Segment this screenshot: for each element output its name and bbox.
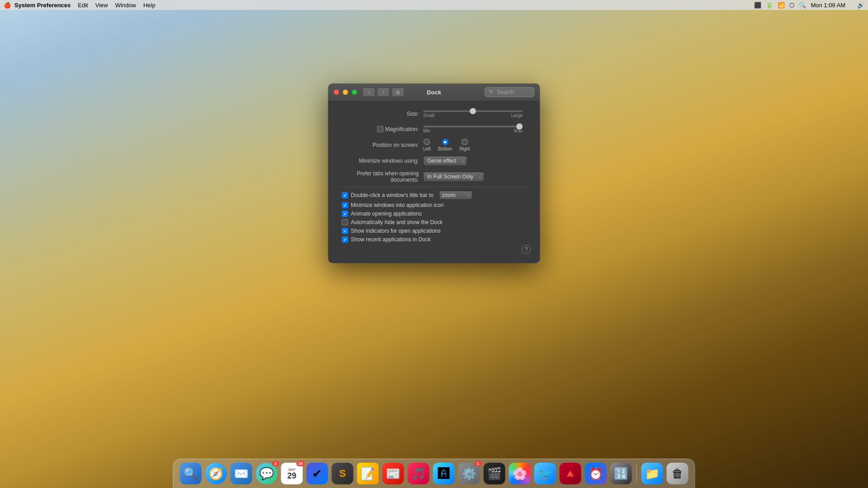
zoom-select[interactable]: zoom minimize — [439, 191, 472, 200]
dock-item-photos[interactable]: 🌸 — [508, 462, 532, 485]
tabs-row: Prefer tabs when opening documents: In F… — [337, 170, 531, 183]
dock-item-tasks[interactable]: ✔ — [306, 462, 329, 485]
tabs-control: In Full Screen Only Always Manually ⌄ — [423, 172, 531, 182]
dock-item-screensavers[interactable]: 📁 — [641, 462, 664, 485]
divider — [337, 187, 531, 187]
dock-item-stickies[interactable]: 📝 — [356, 462, 380, 485]
recent-checkbox[interactable] — [342, 236, 348, 243]
autohide-row: Automatically hide and show the Dock — [342, 219, 531, 225]
position-left-label: Left — [423, 146, 431, 151]
dock-item-news[interactable]: 📰 — [382, 462, 405, 485]
mag-slider-thumb[interactable] — [516, 123, 523, 130]
close-button[interactable] — [334, 89, 339, 95]
window-titlebar: ‹ › ⊞ Dock 🔍 — [328, 84, 540, 101]
dock-preferences-window: ‹ › ⊞ Dock 🔍 Size: — [328, 84, 540, 263]
mag-slider-container: Min Max — [423, 126, 523, 133]
indicators-checkbox[interactable] — [342, 228, 348, 234]
back-button[interactable]: ‹ — [363, 88, 375, 97]
size-label: Size: — [337, 111, 423, 117]
position-bottom-label: Bottom — [438, 146, 453, 151]
position-bottom[interactable]: Bottom — [438, 139, 453, 151]
position-right[interactable]: Right — [459, 139, 470, 151]
search-input[interactable] — [497, 89, 533, 95]
magnification-checkbox[interactable] — [377, 126, 383, 132]
dock-item-finder[interactable]: 🔍 — [179, 462, 203, 485]
indicators-label: Show indicators for open applications — [351, 228, 441, 234]
clock: Mon 1:09 AM — [811, 2, 845, 9]
app-name[interactable]: System Preferences — [14, 2, 71, 9]
minimize-app-checkbox[interactable] — [342, 202, 348, 208]
animate-row: Animate opening applications — [342, 211, 531, 217]
position-bottom-radio[interactable] — [442, 139, 448, 145]
size-slider-thumb[interactable] — [470, 108, 476, 114]
dock-item-affinity[interactable]: 🔺 — [559, 462, 582, 485]
magnification-control: Min Max — [423, 126, 531, 133]
double-click-row: Double-click a window's title bar to zoo… — [342, 191, 531, 200]
dock-item-calculator[interactable]: 🔢 — [609, 462, 633, 485]
help-button[interactable]: ? — [522, 245, 531, 254]
position-right-label: Right — [459, 146, 470, 151]
minimize-label: Minimize windows using: — [337, 158, 423, 164]
dock-item-timing[interactable]: ⏰ — [584, 462, 608, 485]
wifi-icon[interactable]: 📶 — [778, 2, 785, 9]
battery-icon[interactable]: 🔋 — [766, 2, 773, 9]
tabs-select-wrapper: In Full Screen Only Always Manually ⌄ — [423, 172, 484, 182]
window-controls — [334, 89, 357, 95]
position-left[interactable]: Left — [423, 139, 431, 151]
syspreferences-badge: 1 — [475, 461, 482, 466]
double-click-label: Double-click a window's title bar to — [351, 192, 434, 198]
autohide-checkbox[interactable] — [342, 219, 348, 225]
magnification-label-container: Magnification: — [337, 126, 423, 132]
messages-badge: 3 — [272, 461, 279, 466]
animate-label: Animate opening applications — [351, 211, 422, 217]
dock-item-appstore[interactable]: 🅰 — [432, 462, 456, 485]
dock-item-calendar[interactable]: SEP 29 29 — [280, 462, 304, 485]
dock-item-sublimetext[interactable]: S — [331, 462, 354, 485]
autohide-label: Automatically hide and show the Dock — [351, 219, 443, 225]
mag-slider-track — [423, 126, 523, 127]
minimize-button[interactable] — [343, 89, 348, 95]
magnification-label: Magnification: — [385, 126, 419, 132]
desktop: 🍎 System Preferences Edit View Window He… — [0, 0, 868, 488]
position-left-radio[interactable] — [424, 139, 430, 145]
dock-item-messages[interactable]: 💬 3 — [255, 462, 278, 485]
menu-view[interactable]: View — [95, 2, 108, 9]
nav-buttons: ‹ › ⊞ — [363, 88, 404, 97]
dock-item-trash[interactable]: 🗑 — [666, 462, 689, 485]
indicators-row: Show indicators for open applications — [342, 228, 531, 234]
minimize-select-wrapper: Genie effect Scale effect ⌄ — [423, 156, 467, 166]
minimize-select[interactable]: Genie effect Scale effect — [423, 156, 467, 166]
position-control: Left Bottom Right — [423, 139, 531, 151]
menu-edit[interactable]: Edit — [78, 2, 88, 9]
dock: 🔍 🧭 ✉️ 💬 3 SEP 29 29 ✔ S — [173, 459, 695, 488]
magnification-row: Magnification: Min Max — [337, 123, 531, 135]
dock-item-wunderbucket[interactable]: 🐦 — [533, 462, 557, 485]
search-box[interactable]: 🔍 — [485, 87, 534, 97]
dock-item-mail[interactable]: ✉️ — [230, 462, 253, 485]
apple-menu[interactable]: 🍎 — [4, 2, 11, 9]
dock-item-syspreferences[interactable]: ⚙️ 1 — [458, 462, 481, 485]
screen-mirror-icon[interactable]: ⬛ — [754, 2, 761, 9]
bluetooth-icon[interactable]: ⬡ — [789, 2, 794, 9]
tabs-select[interactable]: In Full Screen Only Always Manually — [423, 172, 484, 182]
animate-checkbox[interactable] — [342, 211, 348, 217]
tabs-label: Prefer tabs when opening documents: — [337, 170, 423, 183]
size-row: Size: Small Large — [337, 108, 531, 120]
window-content: Size: Small Large — [328, 101, 540, 263]
position-radio-group: Left Bottom Right — [423, 139, 470, 151]
double-click-checkbox[interactable] — [342, 192, 348, 198]
dock-item-safari[interactable]: 🧭 — [204, 462, 228, 485]
size-slider-container: Small Large — [423, 110, 523, 118]
menu-help[interactable]: Help — [143, 2, 156, 9]
maximize-button[interactable] — [352, 89, 357, 95]
minimize-row: Minimize windows using: Genie effect Sca… — [337, 155, 531, 167]
volume-icon[interactable]: 🔊 — [857, 2, 864, 9]
forward-button[interactable]: › — [377, 88, 390, 97]
dock-item-music[interactable]: 🎵 — [407, 462, 430, 485]
search-icon[interactable]: 🔍 — [799, 2, 806, 9]
window-title: Dock — [427, 89, 441, 96]
position-right-radio[interactable] — [462, 139, 468, 145]
dock-item-claquette[interactable]: 🎬 — [483, 462, 506, 485]
menu-window[interactable]: Window — [115, 2, 136, 9]
grid-button[interactable]: ⊞ — [392, 88, 404, 97]
